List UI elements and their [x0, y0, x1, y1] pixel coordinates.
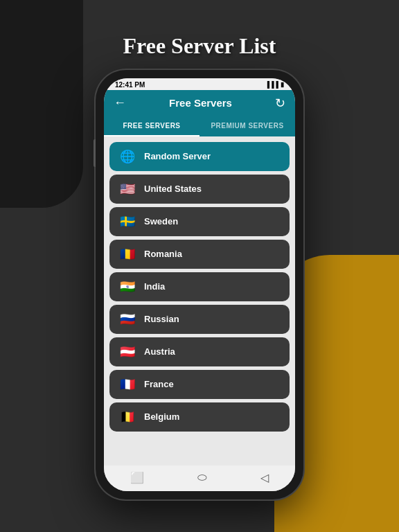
server-name: Sweden [144, 216, 178, 227]
server-name: United States [144, 184, 202, 194]
flag-icon: 🇦🇹 [119, 344, 136, 360]
tab-free-servers[interactable]: FREE SERVERS [104, 116, 200, 136]
nav-back-icon[interactable]: ◁ [260, 471, 269, 484]
list-item[interactable]: 🇸🇪 Sweden [109, 207, 290, 236]
status-time: 12:41 PM [115, 81, 145, 89]
flag-icon: 🇷🇺 [119, 312, 136, 327]
server-name: Belgium [144, 411, 179, 422]
flag-icon: 🇸🇪 [119, 214, 136, 229]
list-item[interactable]: 🇷🇺 Russian [109, 305, 290, 334]
flag-icon: 🇺🇸 [119, 181, 136, 197]
flag-icon: 🇮🇳 [119, 279, 136, 294]
nav-home-icon[interactable]: ⬭ [197, 471, 207, 484]
server-list: 🌐 Random Server 🇺🇸 United States 🇸🇪 Swed… [104, 136, 295, 466]
server-name: France [144, 379, 174, 389]
phone-screen: 12:41 PM ▐▐▐ ▮ ← Free Servers ↻ FREE SER… [104, 78, 295, 491]
server-name: Romania [144, 249, 182, 259]
flag-icon: 🇧🇪 [119, 409, 136, 425]
list-item[interactable]: 🇷🇴 Romania [109, 240, 290, 269]
list-item[interactable]: 🇫🇷 France [109, 370, 290, 399]
back-button[interactable]: ← [114, 96, 126, 110]
list-item[interactable]: 🇦🇹 Austria [109, 337, 290, 366]
flag-icon: 🇷🇴 [119, 247, 136, 262]
battery-icon: ▮ [281, 81, 284, 88]
tab-premium-servers[interactable]: PREMIUM SERVERS [200, 116, 295, 136]
flag-icon: 🇫🇷 [119, 377, 136, 392]
app-header: ← Free Servers ↻ [104, 90, 295, 116]
header-title: Free Servers [169, 97, 232, 109]
server-name: Russian [144, 314, 179, 324]
bg-shape-left [0, 0, 83, 208]
signal-icon: ▐▐▐ [265, 81, 278, 88]
server-name: Random Server [144, 151, 211, 161]
tabs-bar: FREE SERVERS PREMIUM SERVERS [104, 116, 295, 136]
flag-icon: 🌐 [119, 149, 136, 164]
refresh-button[interactable]: ↻ [275, 96, 285, 111]
phone-frame: 12:41 PM ▐▐▐ ▮ ← Free Servers ↻ FREE SER… [96, 70, 303, 499]
server-name: India [144, 281, 165, 292]
nav-square-icon[interactable]: ⬜ [130, 471, 144, 484]
list-item[interactable]: 🇧🇪 Belgium [109, 402, 290, 432]
page-title: Free Server List [123, 33, 276, 59]
status-bar: 12:41 PM ▐▐▐ ▮ [104, 78, 295, 90]
list-item[interactable]: 🇮🇳 India [109, 272, 290, 301]
nav-bar: ⬜ ⬭ ◁ [104, 466, 295, 491]
list-item[interactable]: 🇺🇸 United States [109, 175, 290, 204]
status-right: ▐▐▐ ▮ [265, 81, 284, 88]
server-name: Austria [144, 346, 175, 357]
list-item[interactable]: 🌐 Random Server [109, 142, 290, 171]
